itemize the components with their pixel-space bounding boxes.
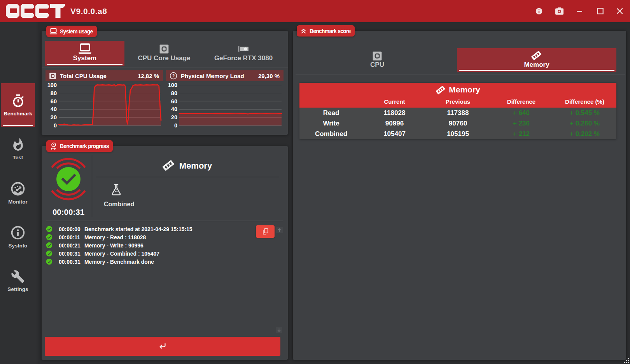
row-label: Write [299,118,363,129]
table-column-headers: Current Previous Difference Difference (… [299,97,616,108]
table-row: Combined 105407 105195 + 212 + 0,202 % [299,129,616,139]
laptop-icon [78,43,92,54]
subtest-label: Combined [104,201,129,208]
cell-previous: 90760 [426,118,490,129]
sidebar-item-label: Test [13,155,23,160]
log-message: Memory - Read : 118028 [84,234,150,240]
chart-header: Total CPU Usage 12,82 % [46,70,163,81]
sidebar-item-label: Settings [7,286,28,292]
cell-current: 118028 [363,108,426,118]
check-circle-icon [46,258,52,265]
log-message: Benchmark started at 2021-04-29 15:15:15 [84,226,201,232]
svg-text:60: 60 [171,98,177,104]
cpu-chip-icon [159,44,169,54]
chevrons-up-icon [300,27,307,35]
sidebar-item-label: SysInfo [9,243,28,249]
current-test: Memory [92,160,283,172]
titlebar: V9.0.0.a8 [0,0,630,22]
cpu-usage-chart: Total CPU Usage 12,82 % 020406080100 [46,70,163,131]
tab-cpu-core-usage[interactable]: CPU Core Usage [124,41,204,66]
tab-label: Memory [524,62,549,68]
cell-difference: + 236 [490,118,553,129]
screenshot-button[interactable] [551,0,567,22]
check-circle-icon [46,242,52,249]
sidebar-item-settings[interactable]: Settings [1,259,35,303]
gauge-icon [10,181,25,196]
minimize-button[interactable] [572,0,587,22]
sidebar-item-label: Benchmark [4,111,32,117]
flame-icon [11,138,25,152]
info-icon [10,225,25,240]
resize-grip[interactable] [623,357,630,364]
cpu-chip-icon [49,72,56,80]
column-header: Current [363,97,426,108]
sidebar-item-benchmark[interactable]: Benchmark [1,83,35,127]
tab-label: System [73,55,96,61]
cell-previous: 105195 [426,129,490,139]
ram-icon [530,50,543,61]
svg-text:0: 0 [174,122,177,129]
log-row: 00:00:00 Benchmark started at 2021-04-29… [46,225,283,233]
svg-text:100: 100 [168,82,177,88]
about-button[interactable] [531,0,547,22]
cell-difference-pct: + 0,202 % [553,129,616,139]
maximize-icon [597,8,604,14]
chart-value: 12,82 % [138,73,159,79]
log-time: 00:00:00 [59,226,81,232]
tab-gpu[interactable]: GeForce RTX 3080 [204,41,283,66]
log-time: 00:00:31 [59,258,81,265]
log-row: 00:00:11 Memory - Read : 118028 [46,233,283,241]
divider [46,221,283,221]
benchmark-progress-badge: Benchmark progress [46,140,113,152]
benchmark-score-panel: Benchmark score CPU Memory Me [293,31,626,360]
log-message: Memory - Write : 90996 [84,242,148,249]
divider [96,177,279,177]
chart-title: Physical Memory Load [181,73,258,79]
memory-load-chart: ? Physical Memory Load 29,30 % 020406080… [166,70,284,131]
column-header [299,97,363,108]
log-message: Memory - Combined : 105407 [84,250,165,257]
wrench-icon [11,270,25,284]
chart-title: Total CPU Usage [60,73,138,79]
cell-current: 90996 [363,118,426,129]
log-row: 00:00:31 Memory - Benchmark done [46,258,283,266]
benchmark-progress-panel: Benchmark progress 00:00:31 Memory [42,146,288,360]
gpu-icon [238,46,249,52]
svg-text:80: 80 [171,90,177,96]
sidebar-item-sysinfo[interactable]: SysInfo [1,215,35,259]
log-row: 00:00:31 Memory - Combined : 105407 [46,249,283,258]
tab-label: GeForce RTX 3080 [214,55,273,61]
sidebar: Benchmark Test Monitor [0,22,37,364]
maximize-button[interactable] [592,0,608,22]
arrow-down-icon [277,328,281,332]
scroll-top-button[interactable] [276,227,283,233]
check-circle-icon [46,234,52,240]
close-button[interactable] [612,0,627,22]
info-filled-icon [535,7,543,15]
tab-score-cpu[interactable]: CPU [298,48,457,72]
tab-system[interactable]: System [45,41,124,66]
svg-text:?: ? [172,73,175,78]
log-row: 00:00:21 Memory - Write : 90996 [46,241,283,249]
return-button[interactable] [45,337,280,356]
column-header: Previous [426,97,490,108]
tab-score-memory[interactable]: Memory [457,48,616,72]
copy-log-button[interactable] [256,225,275,238]
scroll-bottom-button[interactable] [276,327,282,333]
cell-difference-pct: + 0,260 % [553,118,616,129]
benchmark-score-badge: Benchmark score [297,25,355,37]
ram-icon [434,83,447,96]
system-usage-badge: System usage [46,26,97,37]
table-title: Memory [299,83,616,97]
table-row: Read 118028 117388 + 640 + 0,545 % [299,108,616,118]
check-circle-icon [46,250,52,257]
sidebar-item-test[interactable]: Test [1,127,35,171]
subtest: Combined [104,183,129,208]
test-name: Memory [179,161,212,171]
benchmark-log: 00:00:00 Benchmark started at 2021-04-29… [46,225,283,266]
sidebar-item-label: Monitor [8,199,28,205]
table-row: Write 90996 90760 + 236 + 0,260 % [299,118,616,129]
sidebar-item-monitor[interactable]: Monitor [1,171,35,215]
copy-icon [262,228,269,235]
elapsed-time: 00:00:31 [42,207,95,217]
